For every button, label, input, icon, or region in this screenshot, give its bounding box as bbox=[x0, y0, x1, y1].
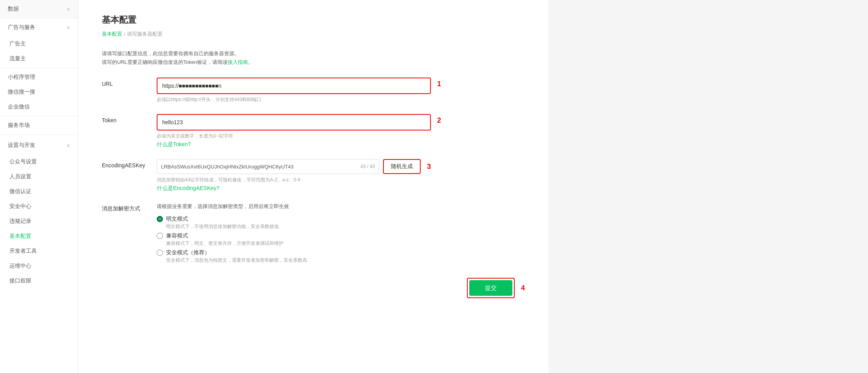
form-row-token: Token 必须为英文或数字，长度为3~32字符 什么是Token? 2 bbox=[102, 114, 525, 148]
token-link[interactable]: 什么是Token? bbox=[157, 141, 191, 147]
breadcrumb-next: 填写服务器配置 bbox=[127, 31, 163, 38]
sidebar-item-security[interactable]: 安全中心 bbox=[0, 199, 78, 214]
sidebar-item-wechat-verify[interactable]: 微信认证 bbox=[0, 184, 78, 199]
radio-compatible-desc: 兼容模式下，明文、密文将共存，方便开发者调试和维护 bbox=[166, 240, 525, 247]
token-label: Token bbox=[102, 114, 157, 123]
sidebar-group-ad-service[interactable]: 广告与服务 ∧ bbox=[0, 18, 78, 36]
sidebar-item-personnel[interactable]: 人员设置 bbox=[0, 169, 78, 184]
sidebar-item-data-label: 数据 bbox=[8, 5, 19, 13]
chevron-up-icon-2: ∧ bbox=[67, 143, 70, 148]
radio-compatible-label[interactable]: 兼容模式 bbox=[166, 232, 188, 239]
radio-item-plaintext[interactable]: 明文模式 bbox=[157, 215, 525, 223]
radio-plaintext-desc: 明文模式下，不使用消息体加解密功能，安全系数较低 bbox=[166, 223, 525, 230]
submit-annotation: 4 bbox=[521, 284, 525, 292]
radio-plaintext[interactable] bbox=[157, 216, 163, 222]
aeskey-count: 43 / 43 bbox=[360, 164, 375, 169]
page-title: 基本配置 bbox=[102, 14, 525, 26]
divider-2 bbox=[0, 116, 78, 116]
aeskey-link[interactable]: 什么是EncodingAESKey? bbox=[157, 185, 219, 191]
radio-option-plaintext: 明文模式 明文模式下，不使用消息体加解密功能，安全系数较低 bbox=[157, 215, 525, 230]
submit-row: 提交 4 bbox=[102, 278, 525, 298]
aeskey-hint: 消息加密钥由43位字符组成，可随机修改，字符范围为A-Z、a-z、0-9 bbox=[157, 176, 431, 183]
aeskey-input[interactable] bbox=[161, 159, 357, 174]
radio-safe-label[interactable]: 安全模式（推荐） bbox=[166, 249, 210, 256]
content-wrapper: 基本配置 基本配置 / 填写服务器配置 请填写接口配置信息，此信息需要你拥有自己… bbox=[78, 0, 548, 373]
desc-line2: 填写的URL需要正确响应微信发送的Token验证，请阅读接入指南。 bbox=[102, 58, 525, 67]
form-section: URL 必须以https://或http://开头，分别支持443和80端口 1… bbox=[102, 78, 525, 298]
radio-safe-desc: 安全模式下，消息包为纯密文，需要开发者加密和解密，安全系数高 bbox=[166, 257, 525, 264]
sidebar-item-weixin-search[interactable]: 微信搜一搜 bbox=[0, 85, 78, 100]
sidebar-group-settings[interactable]: 设置与开发 ∧ bbox=[0, 136, 78, 154]
desc-line1: 请填写接口配置信息，此信息需要你拥有自己的服务器资源。 bbox=[102, 49, 525, 58]
aeskey-row-wrapper: 43 / 43 随机生成 3 bbox=[157, 159, 431, 174]
radio-option-safe: 安全模式（推荐） 安全模式下，消息包为纯密文，需要开发者加密和解密，安全系数高 bbox=[157, 249, 525, 264]
submit-box: 提交 bbox=[467, 278, 515, 298]
url-field: 必须以https://或http://开头，分别支持443和80端口 bbox=[157, 78, 431, 103]
sidebar-item-enterprise-wechat[interactable]: 企业微信 bbox=[0, 100, 78, 114]
chevron-up-icon: ∧ bbox=[67, 25, 70, 30]
url-annotation: 1 bbox=[437, 78, 441, 88]
generate-btn[interactable]: 随机生成 bbox=[383, 159, 421, 174]
radio-item-safe[interactable]: 安全模式（推荐） bbox=[157, 249, 525, 256]
token-hint: 必须为英文或数字，长度为3~32字符 bbox=[157, 132, 431, 139]
url-input[interactable] bbox=[157, 78, 430, 93]
sidebar-item-advertiser[interactable]: 广告主 bbox=[0, 36, 78, 51]
sidebar-item-account-settings[interactable]: 公众号设置 bbox=[0, 154, 78, 169]
sidebar-item-basic-config[interactable]: 基本配置 bbox=[0, 229, 78, 244]
breadcrumb-sep: / bbox=[124, 31, 125, 37]
sidebar-group-ad-service-label: 广告与服务 bbox=[8, 24, 35, 31]
radio-safe[interactable] bbox=[157, 250, 163, 256]
form-row-url: URL 必须以https://或http://开头，分别支持443和80端口 1 bbox=[102, 78, 525, 103]
submit-wrapper: 提交 bbox=[467, 278, 515, 298]
chevron-down-icon: ∨ bbox=[67, 6, 70, 12]
msg-decode-label: 消息加解密方式 bbox=[102, 203, 157, 212]
sidebar-item-miniapp[interactable]: 小程序管理 bbox=[0, 70, 78, 85]
desc-line2-suffix: 。 bbox=[248, 59, 253, 65]
sidebar-item-data[interactable]: 数据 ∨ bbox=[0, 0, 78, 18]
sidebar-item-traffic[interactable]: 流量主 bbox=[0, 51, 78, 66]
msg-decode-field: 请根据业务需要，选择消息加解密类型，启用后将立即生效 明文模式 明文模式下，不使… bbox=[157, 203, 525, 264]
url-label: URL bbox=[102, 78, 157, 87]
token-input-box bbox=[157, 114, 431, 130]
token-input[interactable] bbox=[157, 115, 430, 130]
aeskey-input-wrapper: 43 / 43 bbox=[157, 159, 379, 174]
sidebar: 数据 ∨ 广告与服务 ∧ 广告主 流量主 小程序管理 微信搜一搜 企业微信 服务… bbox=[0, 0, 78, 373]
divider bbox=[0, 68, 78, 68]
radio-plaintext-label[interactable]: 明文模式 bbox=[166, 215, 188, 223]
sidebar-item-api-permissions[interactable]: 接口权限 bbox=[0, 273, 78, 288]
radio-item-compatible[interactable]: 兼容模式 bbox=[157, 232, 525, 239]
breadcrumb: 基本配置 / 填写服务器配置 bbox=[102, 31, 525, 38]
aeskey-annotation: 3 bbox=[427, 163, 431, 171]
desc-line2-prefix: 填写的URL需要正确响应微信发送的Token验证，请阅读 bbox=[102, 59, 228, 65]
sidebar-item-ops-center[interactable]: 运维中心 bbox=[0, 259, 78, 273]
desc-link[interactable]: 接入指南 bbox=[228, 59, 248, 65]
sidebar-item-developer-tools[interactable]: 开发者工具 bbox=[0, 244, 78, 259]
submit-button[interactable]: 提交 bbox=[469, 280, 512, 296]
aeskey-label: EncodingAESKey bbox=[102, 159, 157, 168]
radio-compatible[interactable] bbox=[157, 233, 163, 239]
msg-decode-desc: 请根据业务需要，选择消息加解密类型，启用后将立即生效 bbox=[157, 203, 525, 210]
form-row-aeskey: EncodingAESKey 43 / 43 随机生成 3 消息加密钥由43位字… bbox=[102, 159, 525, 192]
radio-group: 明文模式 明文模式下，不使用消息体加解密功能，安全系数较低 兼容模式 兼容模式下… bbox=[157, 215, 525, 264]
sidebar-item-violations[interactable]: 违规记录 bbox=[0, 214, 78, 229]
url-hint: 必须以https://或http://开头，分别支持443和80端口 bbox=[157, 96, 431, 103]
sidebar-group-settings-label: 设置与开发 bbox=[8, 142, 35, 149]
form-row-msg-decode: 消息加解密方式 请根据业务需要，选择消息加解密类型，启用后将立即生效 明文模式 … bbox=[102, 203, 525, 264]
breadcrumb-current[interactable]: 基本配置 bbox=[102, 31, 122, 38]
radio-option-compatible: 兼容模式 兼容模式下，明文、密文将共存，方便开发者调试和维护 bbox=[157, 232, 525, 247]
url-input-box bbox=[157, 78, 431, 94]
description-block: 请填写接口配置信息，此信息需要你拥有自己的服务器资源。 填写的URL需要正确响应… bbox=[102, 49, 525, 67]
token-annotation: 2 bbox=[437, 114, 441, 125]
sidebar-item-service-market[interactable]: 服务市场 bbox=[0, 118, 78, 133]
aeskey-field: 43 / 43 随机生成 3 消息加密钥由43位字符组成，可随机修改，字符范围为… bbox=[157, 159, 431, 192]
main-content: 基本配置 基本配置 / 填写服务器配置 请填写接口配置信息，此信息需要你拥有自己… bbox=[78, 0, 868, 373]
divider-3 bbox=[0, 134, 78, 135]
token-field: 必须为英文或数字，长度为3~32字符 什么是Token? bbox=[157, 114, 431, 148]
